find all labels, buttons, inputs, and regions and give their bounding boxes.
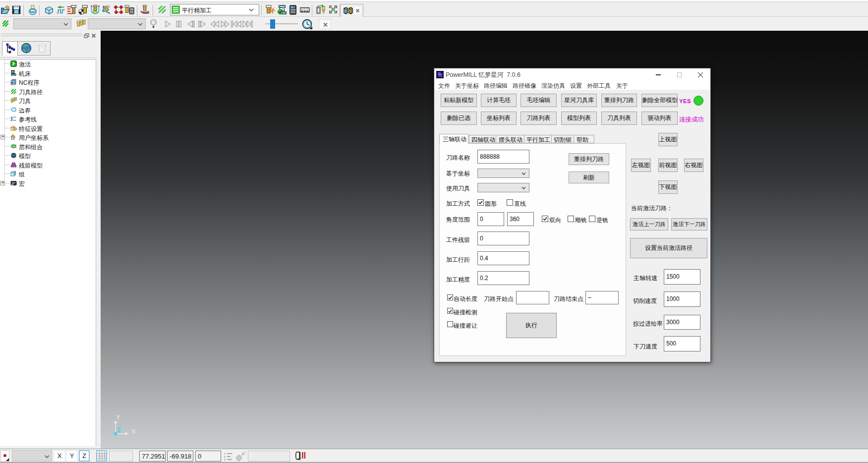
svg-text:X: X [131, 428, 136, 435]
svg-text:Z: Z [117, 426, 121, 434]
svg-text:Y: Y [116, 413, 120, 421]
svg-text:z: z [224, 458, 226, 461]
